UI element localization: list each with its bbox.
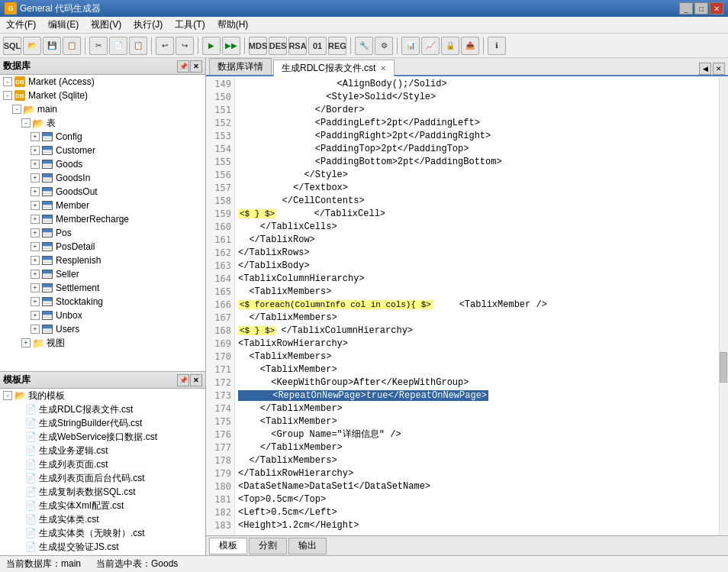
toolbar-des[interactable]: DES	[269, 37, 287, 55]
template-tree-item[interactable]: 📄生成WebService接口数据.cst	[0, 430, 205, 444]
tree-expand-button[interactable]: +	[31, 146, 40, 155]
menu-file[interactable]: 文件(F)	[0, 17, 42, 33]
db-tree-item[interactable]: -DBMarket (Sqlite)	[0, 89, 205, 102]
db-tree-item[interactable]: -📂main	[0, 102, 205, 116]
bottom-tab[interactable]: 输出	[288, 538, 327, 554]
tree-expand-button[interactable]: +	[31, 297, 40, 306]
db-tree-item[interactable]: +Stocktaking	[0, 295, 205, 309]
db-tree-item[interactable]: +Users	[0, 322, 205, 336]
template-tree-item[interactable]: 📄生成列表页面后台代码.cst	[0, 471, 205, 485]
toolbar-icon5[interactable]: 🔒	[441, 37, 459, 55]
toolbar-icon7[interactable]: ℹ	[488, 37, 506, 55]
template-tree-item[interactable]: 📄生成提交验证JS.cst	[0, 540, 205, 554]
right-tab[interactable]: 生成RDLC报表文件.cst✕	[273, 60, 395, 76]
tree-expand-button[interactable]: +	[31, 187, 40, 196]
template-tree-item[interactable]: 📄生成复制表数据SQL.cst	[0, 485, 205, 499]
menu-run[interactable]: 执行(J)	[127, 17, 169, 33]
menu-edit[interactable]: 编辑(E)	[42, 17, 85, 33]
tree-expand-button[interactable]: +	[31, 215, 40, 224]
tree-expand-button[interactable]: -	[12, 105, 21, 114]
tree-expand-button[interactable]: +	[31, 228, 40, 238]
toolbar-run[interactable]: ▶	[202, 37, 221, 55]
toolbar-icon1[interactable]: 🔧	[355, 37, 373, 55]
template-tree-item[interactable]: 📄生成买体页面.cst	[0, 554, 205, 555]
code-content[interactable]: <AlignBody();/Solid> <Style>Solid</Style…	[235, 76, 719, 535]
template-tree[interactable]: -📂我的模板📄生成RDLC报表文件.cst📄生成StringBuilder代码.…	[0, 389, 205, 555]
db-tree-item[interactable]: +Unbox	[0, 309, 205, 322]
menu-tools[interactable]: 工具(T)	[169, 17, 211, 33]
db-tree-item[interactable]: +📁视图	[0, 336, 205, 350]
toolbar-open[interactable]: 📂	[23, 37, 41, 55]
db-tree-item[interactable]: +Settlement	[0, 281, 205, 295]
toolbar-redo[interactable]: ↪	[176, 37, 194, 55]
right-scrollbar[interactable]	[719, 76, 728, 535]
template-tree-item[interactable]: 📄生成实体类.cst	[0, 512, 205, 526]
toolbar-reg[interactable]: REG	[328, 37, 346, 55]
db-tree-item[interactable]: +Customer	[0, 144, 205, 157]
tree-expand-button[interactable]: +	[21, 338, 31, 347]
db-tree-item[interactable]: +Config	[0, 130, 205, 144]
db-tree-item[interactable]: -DBMarket (Access)	[0, 75, 205, 89]
tree-expand-button[interactable]: +	[31, 325, 40, 334]
tree-expand-button[interactable]: +	[31, 160, 40, 169]
maximize-button[interactable]: □	[694, 2, 708, 15]
toolbar-cut[interactable]: ✂	[89, 37, 108, 55]
db-close-button[interactable]: ✕	[190, 60, 202, 73]
tree-expand-button[interactable]: +	[31, 201, 40, 210]
toolbar-save[interactable]: 💾	[43, 37, 61, 55]
tab-nav-button[interactable]: ◀	[699, 63, 711, 75]
template-tree-item[interactable]: 📄生成业务逻辑.cst	[0, 444, 205, 457]
toolbar-sql[interactable]: SQL	[3, 37, 21, 55]
template-tree-item[interactable]: -📂我的模板	[0, 389, 205, 402]
toolbar-icon2[interactable]: ⚙	[375, 37, 393, 55]
toolbar-icon4[interactable]: 📈	[421, 37, 440, 55]
toolbar-01[interactable]: 01	[308, 37, 327, 55]
tree-expand-button[interactable]: +	[31, 270, 40, 279]
db-tree-item[interactable]: +Resplenish	[0, 254, 205, 267]
db-tree-item[interactable]: +Pos	[0, 226, 205, 240]
bottom-tab[interactable]: 模板	[209, 538, 247, 554]
tab-close-all-button[interactable]: ✕	[713, 63, 725, 75]
template-tree-item[interactable]: 📄生成实体类（无映射）.cst	[0, 526, 205, 540]
scroll-thumb[interactable]	[720, 352, 727, 383]
template-pin-button[interactable]: 📌	[177, 374, 189, 386]
toolbar-icon3[interactable]: 📊	[401, 37, 420, 55]
tree-expand-button[interactable]: -	[3, 77, 12, 86]
db-tree-item[interactable]: -📂表	[0, 116, 205, 130]
toolbar-mds[interactable]: MDS	[249, 37, 267, 55]
tree-expand-button[interactable]: +	[31, 283, 40, 292]
tree-expand-button[interactable]: -	[21, 118, 31, 128]
bottom-tab[interactable]: 分割	[249, 538, 287, 554]
template-tree-item[interactable]: 📄生成实体Xml配置.cst	[0, 499, 205, 512]
tab-close-button[interactable]: ✕	[380, 64, 386, 73]
db-tree-item[interactable]: +Goods	[0, 157, 205, 171]
minimize-button[interactable]: _	[679, 2, 693, 15]
db-tree-item[interactable]: +PosDetail	[0, 240, 205, 254]
menu-view[interactable]: 视图(V)	[85, 17, 127, 33]
db-tree-item[interactable]: +GoodsOut	[0, 185, 205, 199]
tree-expand-button[interactable]: +	[31, 132, 40, 141]
right-tab[interactable]: 数据库详情	[209, 58, 272, 75]
toolbar-copy[interactable]: 📄	[109, 37, 127, 55]
template-close-button[interactable]: ✕	[190, 374, 202, 386]
toolbar-rsa[interactable]: RSA	[288, 37, 307, 55]
tree-expand-button[interactable]: +	[31, 173, 40, 183]
tree-expand-button[interactable]: +	[31, 242, 40, 251]
tree-expand-button[interactable]: +	[31, 256, 40, 265]
toolbar-undo[interactable]: ↩	[156, 37, 174, 55]
toolbar-runall[interactable]: ▶▶	[222, 37, 240, 55]
toolbar-icon6[interactable]: 📤	[461, 37, 479, 55]
db-tree-item[interactable]: +GoodsIn	[0, 171, 205, 185]
menu-help[interactable]: 帮助(H)	[211, 17, 255, 33]
close-button[interactable]: ✕	[710, 2, 723, 15]
db-pin-button[interactable]: 📌	[177, 60, 189, 73]
template-tree-item[interactable]: 📄生成StringBuilder代码.cst	[0, 416, 205, 430]
db-tree-item[interactable]: +Seller	[0, 267, 205, 281]
template-tree-item[interactable]: 📄生成列表页面.cst	[0, 457, 205, 471]
template-expand-button[interactable]: -	[3, 391, 12, 400]
toolbar-save2[interactable]: 📋	[63, 37, 81, 55]
db-tree-item[interactable]: +MemberRecharge	[0, 212, 205, 226]
db-tree-panel[interactable]: -DBMarket (Access)-DBMarket (Sqlite)-📂ma…	[0, 75, 205, 372]
tree-expand-button[interactable]: +	[31, 311, 40, 320]
toolbar-paste[interactable]: 📋	[129, 37, 147, 55]
